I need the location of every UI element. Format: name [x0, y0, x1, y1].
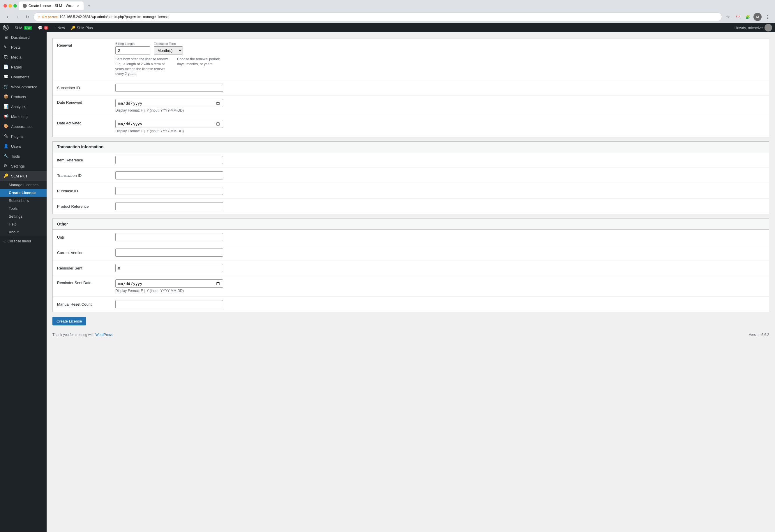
notifications-bar[interactable]: 💬 0 [35, 23, 51, 32]
expiration-term-select[interactable]: Month(s) Day(s) Year(s) [154, 46, 183, 54]
sidebar-item-woocommerce[interactable]: 🛒 WooCommerce [0, 82, 47, 92]
new-content-bar[interactable]: + New [51, 23, 68, 32]
adblock-button[interactable]: 🛡 [734, 13, 742, 21]
purchase-id-row: Purchase ID [53, 183, 769, 199]
sidebar-sub-item-create-license[interactable]: Create License [0, 189, 47, 197]
sidebar-item-analytics[interactable]: 📊 Analytics [0, 102, 47, 112]
sidebar-sub-item-tools[interactable]: Tools [0, 204, 47, 212]
greeting-text: Howdy, michelve [735, 26, 763, 30]
billing-length-input[interactable] [115, 46, 150, 54]
product-reference-input[interactable] [115, 202, 223, 210]
create-license-button[interactable]: Create License [52, 317, 86, 326]
sidebar-sub-item-about[interactable]: About [0, 228, 47, 236]
item-reference-label: Item Reference [57, 158, 115, 162]
about-label: About [9, 230, 19, 234]
sidebar-item-pages[interactable]: 📄 Pages [0, 62, 47, 72]
sidebar-item-marketing[interactable]: 📢 Marketing [0, 112, 47, 121]
security-label: Not secure [42, 15, 58, 19]
create-license-label: Create License [9, 190, 36, 195]
slm-submenu: Manage Licenses Create License Subscribe… [0, 181, 47, 236]
sidebar-item-media[interactable]: 🖼 Media [0, 52, 47, 62]
sidebar-item-appearance[interactable]: 🎨 Appearance [0, 121, 47, 131]
extensions-button[interactable]: 🧩 [744, 13, 752, 21]
users-icon: 👤 [3, 144, 9, 149]
settings-icon: ⚙ [3, 163, 9, 169]
sidebar-sub-item-settings[interactable]: Settings [0, 212, 47, 220]
marketing-icon: 📢 [3, 114, 9, 119]
analytics-icon: 📊 [3, 104, 9, 109]
forward-button[interactable]: › [13, 13, 22, 21]
site-name-bar[interactable]: SLM Live [12, 23, 35, 32]
sidebar-menu: ⊞ Dashboard ✎ Posts 🖼 Media 📄 Pages 💬 Co… [0, 32, 47, 246]
new-tab-button[interactable]: + [85, 2, 93, 10]
slm-icon: 🔑 [3, 173, 9, 178]
reminder-sent-date-input[interactable] [115, 280, 223, 288]
menu-button[interactable]: ⋮ [763, 13, 772, 21]
sidebar-sub-item-help[interactable]: Help [0, 220, 47, 228]
sidebar-item-tools[interactable]: 🔧 Tools [0, 151, 47, 161]
pages-icon: 📄 [3, 64, 9, 70]
transaction-id-row: Transaction ID [53, 168, 769, 183]
reload-button[interactable]: ↻ [23, 13, 31, 21]
sidebar-sub-item-subscribers[interactable]: Subscribers [0, 197, 47, 204]
tools-icon: 🔧 [3, 153, 9, 159]
wp-logo[interactable]: W [0, 23, 12, 32]
current-version-input[interactable] [115, 248, 223, 257]
until-row: Until [53, 229, 769, 245]
purchase-id-input[interactable] [115, 187, 223, 195]
sidebar-item-plugins[interactable]: 🔌 Plugins [0, 131, 47, 141]
sidebar-item-settings[interactable]: ⚙ Settings [0, 161, 47, 171]
manual-reset-count-input[interactable] [115, 300, 223, 308]
profile-button[interactable]: M [753, 13, 762, 21]
sidebar-item-comments[interactable]: 💬 Comments [0, 72, 47, 82]
products-icon: 📦 [3, 94, 9, 99]
subscriber-id-input[interactable] [115, 84, 223, 92]
item-reference-input[interactable] [115, 156, 223, 164]
sidebar-item-users[interactable]: 👤 Users [0, 141, 47, 151]
sidebar-item-slm-plus[interactable]: 🔑 SLM Plus [0, 171, 47, 181]
plugins-icon: 🔌 [3, 134, 9, 139]
date-activated-input[interactable] [115, 120, 223, 128]
reminder-sent-date-hint: Display Format: F j, Y (input: YYYY-MM-D… [115, 289, 223, 293]
manage-licenses-label: Manage Licenses [9, 183, 38, 187]
expiration-hint: Choose the renewal period: days, months,… [177, 57, 224, 76]
sidebar-item-dashboard[interactable]: ⊞ Dashboard [0, 32, 47, 42]
collapse-menu[interactable]: « Collapse menu [0, 236, 47, 246]
tab-close[interactable]: ✕ [77, 4, 79, 8]
user-greeting[interactable]: Howdy, michelve [732, 23, 775, 32]
wordpress-link[interactable]: WordPress [95, 333, 112, 337]
live-badge: Live [24, 26, 32, 30]
reminder-sent-input[interactable] [115, 264, 223, 272]
transaction-id-label: Transaction ID [57, 173, 115, 178]
products-label: Products [11, 95, 26, 99]
slm-plus-bar[interactable]: 🔑 SLM Plus [68, 23, 96, 32]
sidebar-item-products[interactable]: 📦 Products [0, 92, 47, 102]
date-activated-label: Date Activated [57, 120, 115, 125]
form-section-renewal: Renewal Billing Length Expiration Term M… [52, 38, 769, 137]
posts-icon: ✎ [3, 45, 9, 50]
browser-tab[interactable]: Create license – SLM – WordP... ✕ [19, 1, 84, 10]
slm-plus-sidebar-label: SLM Plus [11, 174, 27, 178]
avatar [765, 24, 772, 31]
collapse-label: Collapse menu [8, 239, 31, 243]
transaction-id-input[interactable] [115, 171, 223, 179]
admin-bar: W SLM Live 💬 0 + New 🔑 SLM Plus Howdy, m… [0, 23, 775, 32]
tools-sub-label: Tools [9, 206, 17, 211]
current-version-label: Current Version [57, 250, 115, 255]
bookmark-button[interactable]: ☆ [724, 13, 732, 21]
window-controls[interactable] [2, 4, 17, 8]
browser-chrome: Create license – SLM – WordP... ✕ + ‹ › … [0, 0, 775, 23]
media-icon: 🖼 [3, 54, 9, 60]
back-button[interactable]: ‹ [3, 13, 12, 21]
plugins-label: Plugins [11, 134, 24, 139]
appearance-label: Appearance [11, 124, 31, 129]
address-bar[interactable]: ⚠ Not secure 192.168.5.242:9681/wp-admin… [33, 13, 722, 21]
product-reference-label: Product Reference [57, 204, 115, 208]
users-label: Users [11, 144, 21, 148]
until-input[interactable] [115, 233, 223, 241]
sidebar-item-posts[interactable]: ✎ Posts [0, 42, 47, 52]
dashboard-icon: ⊞ [3, 35, 9, 40]
date-renewed-hint: Display Format: F j, Y (input: YYYY-MM-D… [115, 108, 223, 112]
sidebar-sub-item-manage-licenses[interactable]: Manage Licenses [0, 181, 47, 189]
date-renewed-input[interactable] [115, 99, 223, 107]
